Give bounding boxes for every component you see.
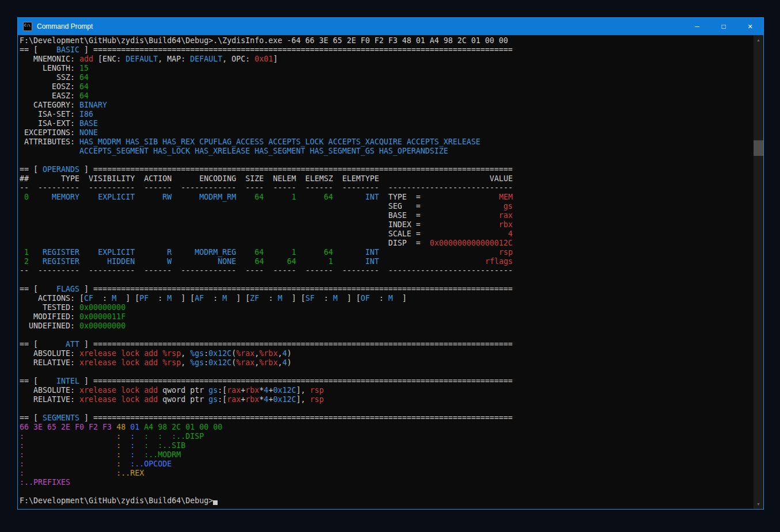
text-segment: qword ptr — [158, 386, 208, 395]
text-segment — [236, 257, 254, 266]
text-segment — [296, 183, 305, 192]
text-segment: M — [389, 294, 393, 303]
text-segment: -------- — [343, 266, 379, 275]
scrollbar-down-icon[interactable]: ▼ — [754, 499, 763, 509]
text-segment — [264, 248, 291, 257]
maximize-button[interactable]: □ — [710, 18, 737, 35]
text-segment: ========================================… — [93, 285, 513, 293]
text-segment: LENGTH: — [20, 64, 79, 72]
text-segment — [139, 423, 144, 431]
scrollbar-thumb[interactable] — [754, 140, 763, 156]
text-segment: PF — [139, 294, 149, 303]
text-segment: , — [181, 349, 190, 358]
text-segment: EXPLICIT — [98, 193, 135, 201]
text-segment: SEG = — [388, 202, 420, 210]
text-segment: :..OPCODE — [130, 460, 172, 468]
text-segment — [121, 441, 130, 450]
terminal-line: LENGTH: 15 — [20, 64, 752, 73]
text-segment: ] — [79, 285, 93, 293]
terminal-line: : :..REX — [20, 469, 752, 478]
text-segment: SCALE = — [388, 229, 420, 238]
cmd-icon[interactable]: C:\ — [23, 22, 32, 31]
text-segment: rsp — [499, 248, 513, 257]
text-segment: --------- — [38, 266, 79, 275]
text-segment: ] [ — [227, 294, 250, 303]
text-segment: ) — [287, 358, 291, 367]
terminal-line: RELATIVE: xrelease lock add qword ptr gs… — [20, 395, 752, 404]
text-segment: ATT — [43, 340, 79, 349]
text-segment: : — [116, 441, 121, 450]
text-segment: 64 — [254, 193, 264, 201]
text-segment: ] [ — [282, 294, 305, 303]
text-segment — [135, 257, 167, 266]
text-segment: BINARY — [79, 101, 107, 109]
text-segment: ABSOLUTE: — [20, 386, 79, 395]
text-segment — [172, 248, 195, 257]
text-segment: , OPC: — [222, 55, 254, 63]
terminal-line: : : :..OPCODE — [20, 460, 752, 469]
text-segment — [420, 202, 503, 210]
scrollbar-up-icon[interactable]: ▲ — [754, 35, 763, 45]
text-segment: ENCODING SIZE NELEM ELEMSZ ELEMTYPE — [199, 174, 379, 183]
text-segment: -- — [20, 183, 38, 192]
terminal-line: MODIFIED: 0x0000011F — [20, 312, 752, 322]
terminal-line — [20, 331, 752, 340]
text-segment: NONE — [218, 257, 236, 266]
terminal-cursor — [213, 500, 218, 505]
text-segment: : — [116, 450, 121, 459]
text-segment — [20, 211, 388, 220]
console-area[interactable]: F:\Development\GitHub\zydis\Build64\Debu… — [18, 35, 763, 509]
text-segment: rbx — [499, 220, 513, 229]
text-segment — [24, 460, 116, 468]
text-segment: ========================================… — [93, 340, 513, 349]
text-segment: INDEX = — [388, 220, 420, 229]
text-segment — [333, 193, 366, 201]
text-segment: MEMORY — [52, 193, 79, 201]
text-segment: ---------- — [89, 183, 135, 192]
text-segment: == [ — [20, 340, 43, 349]
text-segment — [296, 257, 328, 266]
terminal-line: : : : : :..SIB — [20, 441, 752, 450]
text-segment — [29, 248, 43, 257]
text-segment: :..MODRM — [144, 450, 181, 459]
text-segment: : — [20, 432, 24, 441]
text-segment: :[ — [218, 386, 227, 395]
terminal-line: SCALE = 4 — [20, 229, 752, 239]
desktop-background: { "window": { "title": "Command Prompt",… — [0, 0, 780, 532]
text-segment — [264, 266, 273, 275]
text-segment: , MAP: — [158, 55, 190, 63]
scrollbar[interactable]: ▲ ▼ — [754, 35, 763, 509]
text-segment: UNDEFINED: — [20, 322, 79, 330]
text-segment — [24, 450, 116, 459]
text-segment: CATEGORY: — [20, 101, 79, 109]
text-segment: : — [130, 441, 135, 450]
close-button[interactable]: ✕ — [737, 18, 763, 35]
text-segment — [135, 248, 167, 257]
text-segment: 0x12C — [208, 358, 231, 367]
text-segment: --------- — [38, 183, 79, 192]
minimize-button[interactable]: ─ — [684, 18, 710, 35]
text-segment: M — [112, 294, 116, 303]
text-segment: ISA-EXT: — [20, 119, 79, 128]
text-segment: 0x12C — [208, 349, 231, 358]
terminal-window: C:\ Command Prompt ─ □ ✕ F:\Development\… — [17, 17, 764, 510]
text-segment: ] — [79, 340, 93, 349]
text-segment — [333, 257, 366, 266]
text-segment — [24, 469, 116, 477]
terminal-line: : : : : : :..DISP — [20, 432, 752, 441]
text-segment: : — [116, 460, 121, 468]
text-segment — [79, 183, 89, 192]
text-segment: HIDDEN — [107, 257, 135, 266]
text-segment — [236, 183, 245, 192]
terminal-line: EXCEPTIONS: NONE — [20, 128, 752, 137]
text-segment: 0x01 — [254, 55, 273, 63]
text-segment: : — [20, 460, 24, 468]
terminal-line: ATTRIBUTES: HAS_MODRM HAS_SIB HAS_REX CP… — [20, 137, 752, 147]
title-bar[interactable]: C:\ Command Prompt ─ □ ✕ — [18, 18, 763, 35]
terminal-line: UNDEFINED: 0x00000000 — [20, 322, 752, 331]
text-segment — [29, 193, 52, 201]
terminal-line: ISA-EXT: BASE — [20, 119, 752, 128]
terminal-line: EASZ: 64 — [20, 91, 752, 101]
text-segment — [20, 229, 388, 238]
text-segment: ] — [273, 55, 277, 63]
